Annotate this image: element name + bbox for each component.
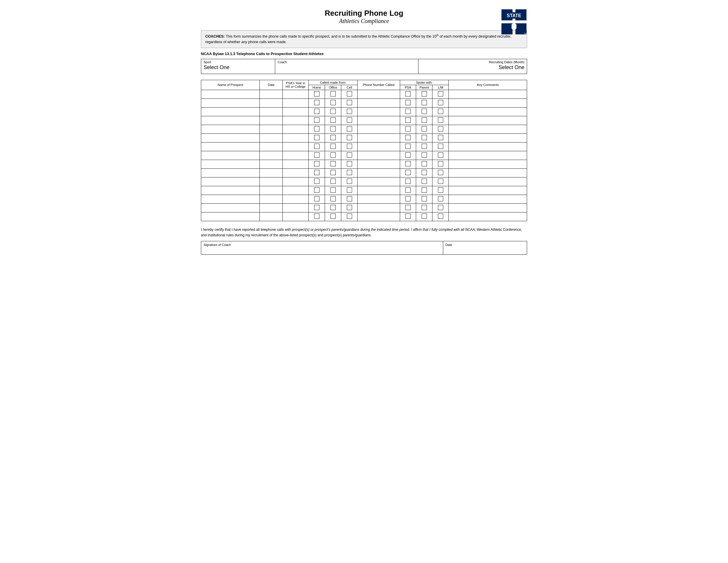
checkbox-office[interactable] [331,91,336,96]
checkbox-cell[interactable] [347,100,352,105]
checkbox-cell[interactable] [347,144,352,149]
checkbox-home[interactable] [314,117,319,123]
checkbox-home[interactable] [314,205,319,210]
checkbox-office[interactable] [331,213,336,219]
checkbox-office[interactable] [331,109,336,114]
checkbox-spoke-parent[interactable] [422,187,427,193]
checkbox-spoke-psa[interactable] [405,117,411,123]
checkbox-spoke-psa[interactable] [405,109,411,114]
checkbox-spoke-parent[interactable] [422,91,427,96]
checkbox-home[interactable] [314,126,319,131]
checkbox-cell[interactable] [347,126,352,131]
checkbox-office[interactable] [331,187,336,193]
checkbox-spoke-lm[interactable] [438,135,443,140]
checkbox-office[interactable] [331,161,336,166]
checkbox-home[interactable] [314,179,319,184]
checkbox-office[interactable] [331,196,336,201]
row-phone [358,142,400,151]
checkbox-office[interactable] [331,100,336,105]
checkbox-cell[interactable] [347,135,352,140]
checkbox-spoke-lm[interactable] [438,170,443,175]
row-home-check [309,203,325,212]
checkbox-spoke-psa[interactable] [405,213,411,219]
checkbox-home[interactable] [314,144,319,149]
checkbox-spoke-lm[interactable] [438,109,443,114]
checkbox-spoke-psa[interactable] [405,196,411,201]
checkbox-spoke-lm[interactable] [438,152,443,158]
checkbox-office[interactable] [331,126,336,131]
checkbox-spoke-lm[interactable] [438,91,443,96]
checkbox-spoke-psa[interactable] [405,205,411,210]
checkbox-spoke-parent[interactable] [422,152,427,158]
checkbox-spoke-psa[interactable] [405,152,411,158]
checkbox-cell[interactable] [347,152,352,158]
checkbox-office[interactable] [331,117,336,123]
checkbox-spoke-lm[interactable] [438,100,443,105]
checkbox-spoke-psa[interactable] [405,170,411,175]
checkbox-home[interactable] [314,91,319,96]
checkbox-spoke-psa[interactable] [405,179,411,184]
checkbox-spoke-parent[interactable] [422,196,427,201]
checkbox-home[interactable] [314,100,319,105]
checkbox-office[interactable] [331,144,336,149]
checkbox-home[interactable] [314,152,319,158]
checkbox-spoke-psa[interactable] [405,161,411,166]
table-row [201,186,527,195]
row-office-check [325,107,341,116]
checkbox-spoke-lm[interactable] [438,187,443,193]
checkbox-spoke-psa[interactable] [405,187,411,193]
checkbox-office[interactable] [331,179,336,184]
checkbox-cell[interactable] [347,179,352,184]
checkbox-spoke-psa[interactable] [405,144,411,149]
row-comments [449,160,527,168]
checkbox-cell[interactable] [347,205,352,210]
checkbox-spoke-parent[interactable] [422,126,427,131]
notice-box: COACHES: This form summarizes the phone … [201,30,527,48]
svg-text:TM: TM [524,33,527,35]
checkbox-spoke-lm[interactable] [438,196,443,201]
checkbox-spoke-psa[interactable] [405,91,411,96]
checkbox-cell[interactable] [347,117,352,123]
checkbox-spoke-lm[interactable] [438,126,443,131]
checkbox-spoke-lm[interactable] [438,144,443,149]
checkbox-cell[interactable] [347,196,352,201]
checkbox-spoke-parent[interactable] [422,144,427,149]
checkbox-spoke-lm[interactable] [438,161,443,166]
checkbox-spoke-parent[interactable] [422,100,427,105]
checkbox-cell[interactable] [347,91,352,96]
checkbox-spoke-psa[interactable] [405,126,411,131]
checkbox-office[interactable] [331,170,336,175]
checkbox-spoke-parent[interactable] [422,205,427,210]
checkbox-home[interactable] [314,170,319,175]
checkbox-spoke-lm[interactable] [438,205,443,210]
checkbox-spoke-psa[interactable] [405,135,411,140]
checkbox-office[interactable] [331,205,336,210]
checkbox-cell[interactable] [347,213,352,219]
table-row [201,212,527,221]
checkbox-cell[interactable] [347,170,352,175]
checkbox-home[interactable] [314,161,319,166]
checkbox-home[interactable] [314,187,319,193]
checkbox-office[interactable] [331,135,336,140]
checkbox-cell[interactable] [347,187,352,193]
checkbox-office[interactable] [331,152,336,158]
checkbox-spoke-parent[interactable] [422,213,427,219]
checkbox-spoke-parent[interactable] [422,161,427,166]
checkbox-spoke-lm[interactable] [438,117,443,123]
checkbox-spoke-psa[interactable] [405,100,411,105]
checkbox-spoke-parent[interactable] [422,135,427,140]
checkbox-home[interactable] [314,196,319,201]
row-name [201,212,260,221]
checkbox-home[interactable] [314,135,319,140]
checkbox-cell[interactable] [347,109,352,114]
checkbox-spoke-parent[interactable] [422,179,427,184]
checkbox-spoke-parent[interactable] [422,109,427,114]
checkbox-spoke-parent[interactable] [422,170,427,175]
checkbox-spoke-lm[interactable] [438,179,443,184]
checkbox-home[interactable] [314,213,319,219]
checkbox-spoke-parent[interactable] [422,117,427,123]
checkbox-spoke-lm[interactable] [438,213,443,219]
row-phone [358,186,400,195]
checkbox-home[interactable] [314,109,319,114]
checkbox-cell[interactable] [347,161,352,166]
